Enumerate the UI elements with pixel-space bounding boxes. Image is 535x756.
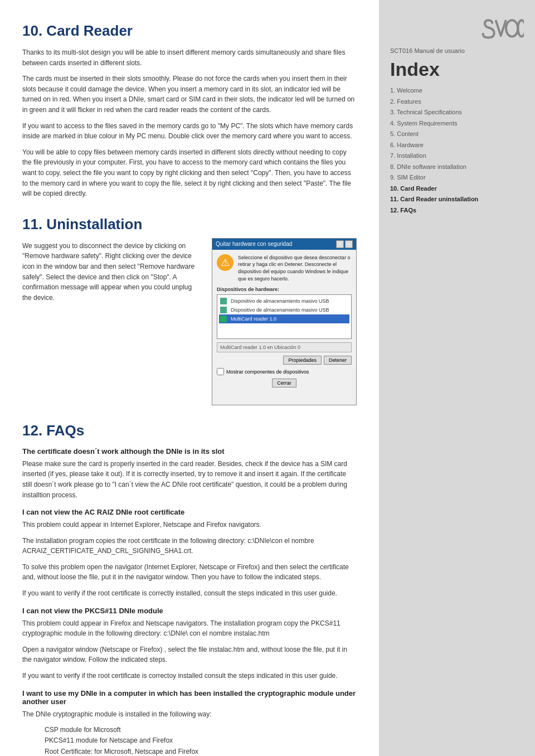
dialog-item1-label: Dispositivo de almacenamiento masivo USB (231, 298, 329, 304)
dialog-listbox[interactable]: Dispositivo de almacenamiento masivo USB… (217, 294, 352, 339)
usb-icon-2 (220, 307, 227, 313)
section11-heading: 11. Uninstallation (22, 216, 357, 233)
faq1-heading: The certificate doesn´t work although th… (22, 447, 357, 455)
page: 10. Card Reader Thanks to its multi-slot… (0, 0, 535, 756)
faq2-body3: To solve this problem open the navigator… (22, 562, 357, 583)
usb-icon-1 (220, 298, 227, 304)
dialog-devices-label: Dispositivos de hardware: (217, 287, 352, 292)
index-item-12: 12. FAQs (390, 206, 524, 215)
index-item-9: 9. SIM Editor (390, 173, 524, 182)
faq3-body2: Open a navigator window (Netscape or Fir… (22, 644, 357, 665)
index-title: Index (390, 59, 524, 80)
faq4-list-item-3: Root Certificate: for Microsoft, Netscap… (45, 747, 357, 756)
dialog-listitem-1[interactable]: Dispositivo de almacenamiento masivo USB (219, 297, 349, 306)
faq1-body: Please make sure the card is properly in… (22, 459, 357, 500)
faq2-body4: If you want to verify if the root certif… (22, 588, 357, 599)
sveon-logo (479, 11, 524, 42)
propiedades-button[interactable]: Propiedades (283, 356, 322, 365)
section10-para1: Thanks to its multi-slot design you will… (22, 47, 357, 68)
dialog-box: Quitar hardware con seguridad ? × ⚠ Sele… (212, 238, 357, 405)
dialog-item3-label: MultiCard reader 1.0 (231, 316, 276, 322)
index-item-8: 8. DNIe software installation (390, 162, 524, 172)
section12-heading: 12. FAQs (22, 422, 357, 439)
faq4-list: CSP module for Microsoft PKCS#11 module … (45, 725, 357, 756)
faqs-section: 12. FAQs The certificate doesn´t work al… (22, 422, 357, 756)
cerrar-button[interactable]: Cerrar (272, 379, 296, 387)
svg-point-0 (506, 20, 518, 36)
faq4-heading: I want to use my DNIe in a computer in w… (22, 689, 357, 706)
uninstall-text: We suggest you to disconnect the device … (22, 241, 201, 405)
faq3-body3: If you want to verify if the root certif… (22, 671, 357, 681)
checkbox-label: Mostrar componentes de dispositivos (226, 369, 309, 375)
section10-para3: If you want to access to the files saved… (22, 121, 357, 142)
index-item-10: 10. Card Reader (390, 184, 524, 193)
faq2-body2: The installation program copies the root… (22, 536, 357, 556)
index-item-5: 5. Content (390, 129, 524, 139)
faq3-body1: This problem could appear in Firefox and… (22, 618, 357, 639)
dialog-listitem-2[interactable]: Dispositivo de almacenamiento masivo USB (219, 306, 349, 314)
index-item-1: 1. Welcome (390, 86, 524, 95)
dialog-titlebar-buttons: ? × (336, 240, 353, 248)
index-list: 1. Welcome2. Features3. Technical Specif… (390, 86, 524, 215)
dialog-close-row: Cerrar (217, 379, 352, 387)
dialog-description: Seleccione el dispositivo que desea desc… (238, 254, 352, 282)
main-content: 10. Card Reader Thanks to its multi-slot… (0, 0, 379, 756)
faq4-list-item-2: PKCS#11 module for Netscape and Firefox (45, 735, 357, 746)
logo-area (390, 11, 524, 42)
dialog-listitem-3[interactable]: MultiCard reader 1.0 (219, 314, 349, 323)
show-components-checkbox[interactable] (217, 368, 224, 375)
dialog-item2-label: Dispositivo de almacenamiento masivo USB (231, 307, 329, 313)
dialog-body: ⚠ Seleccione el dispositivo que desea de… (212, 250, 356, 392)
dialog-icon: ⚠ (217, 254, 234, 271)
section11-para1: We suggest you to disconnect the device … (22, 241, 201, 303)
section10-para4: You will be able to copy files between m… (22, 147, 357, 199)
faq2-heading: I can not view the AC RAIZ DNIe root cer… (22, 508, 357, 516)
index-item-7: 7. Installation (390, 151, 524, 161)
faq3-heading: I can not view the PKCS#11 DNIe module (22, 607, 357, 615)
dialog-close-btn[interactable]: × (345, 240, 353, 248)
index-item-4: 4. System Requirements (390, 119, 524, 128)
sidebar-manual-label: SCT016 Manual de usuario (390, 47, 524, 54)
dialog-checkbox-row: Mostrar componentes de dispositivos (217, 368, 352, 375)
section10-heading: 10. Card Reader (22, 22, 357, 40)
index-item-11: 11. Card Reader uninstallation (390, 195, 524, 204)
dialog-prop-stop-buttons: Propiedades Detener (217, 356, 352, 365)
dialog-title: Quitar hardware con seguridad (216, 241, 292, 247)
detener-button[interactable]: Detener (324, 356, 352, 365)
sidebar: SCT016 Manual de usuario Index 1. Welcom… (379, 0, 535, 756)
dialog-icon-row: ⚠ Seleccione el dispositivo que desea de… (217, 254, 352, 282)
index-item-2: 2. Features (390, 97, 524, 106)
index-item-3: 3. Technical Specifications (390, 108, 524, 117)
svg-point-1 (518, 20, 524, 36)
section10-para2: The cards must be inserted in their slot… (22, 74, 357, 115)
index-item-6: 6. Hardware (390, 140, 524, 150)
dialog-help-btn[interactable]: ? (336, 240, 344, 248)
multicard-icon (220, 316, 227, 322)
faq4-list-item-1: CSP module for Microsoft (45, 725, 357, 735)
dialog-titlebar: Quitar hardware con seguridad ? × (212, 239, 356, 250)
faq4-body1: The DNIe cryptographic module is install… (22, 709, 357, 720)
dialog-info-bar: MultiCard reader 1.0 en Ubicación 0 (217, 342, 352, 352)
faq2-body1: This problem could appear in Internet Ex… (22, 520, 357, 530)
uninstall-section: We suggest you to disconnect the device … (22, 241, 357, 405)
